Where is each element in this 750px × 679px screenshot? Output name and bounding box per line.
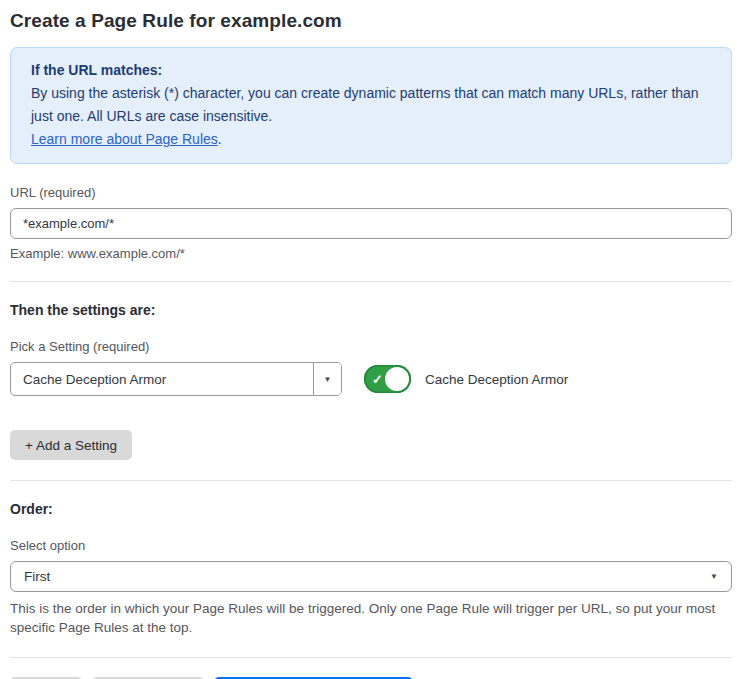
add-setting-button[interactable]: + Add a Setting (10, 430, 132, 460)
info-box-heading: If the URL matches: (31, 59, 711, 82)
setting-dropdown[interactable]: Cache Deception Armor ▼ (10, 362, 342, 396)
learn-more-link[interactable]: Learn more about Page Rules (31, 131, 218, 147)
divider (10, 281, 732, 282)
chevron-down-icon: ▼ (324, 375, 332, 384)
order-select[interactable]: First ▼ (10, 561, 732, 592)
url-field-label: URL (required) (10, 185, 732, 200)
order-select-label: Select option (10, 538, 732, 553)
divider (10, 657, 732, 658)
chevron-down-icon: ▼ (710, 572, 718, 581)
toggle-label: Cache Deception Armor (425, 372, 568, 387)
url-example-hint: Example: www.example.com/* (10, 246, 732, 261)
pick-setting-label: Pick a Setting (required) (10, 339, 732, 354)
page-rule-form: Create a Page Rule for example.com If th… (0, 0, 750, 679)
check-icon: ✓ (372, 373, 383, 386)
order-section-heading: Order: (10, 501, 732, 517)
info-box-link-line: Learn more about Page Rules. (31, 128, 711, 151)
setting-dropdown-arrow-button[interactable]: ▼ (313, 363, 341, 395)
divider (10, 480, 732, 481)
url-input[interactable] (10, 208, 732, 239)
link-period: . (218, 131, 222, 147)
toggle-knob (385, 367, 409, 391)
info-box-body: By using the asterisk (*) character, you… (31, 82, 711, 128)
cache-deception-armor-toggle[interactable]: ✓ (364, 365, 411, 393)
order-select-value: First (24, 569, 50, 584)
order-help-text: This is the order in which your Page Rul… (10, 599, 732, 637)
url-matches-info-box: If the URL matches: By using the asteris… (10, 47, 732, 164)
settings-section-heading: Then the settings are: (10, 302, 732, 318)
setting-dropdown-value: Cache Deception Armor (11, 363, 313, 395)
setting-row: Cache Deception Armor ▼ ✓ Cache Deceptio… (10, 362, 732, 396)
page-title: Create a Page Rule for example.com (10, 8, 732, 34)
